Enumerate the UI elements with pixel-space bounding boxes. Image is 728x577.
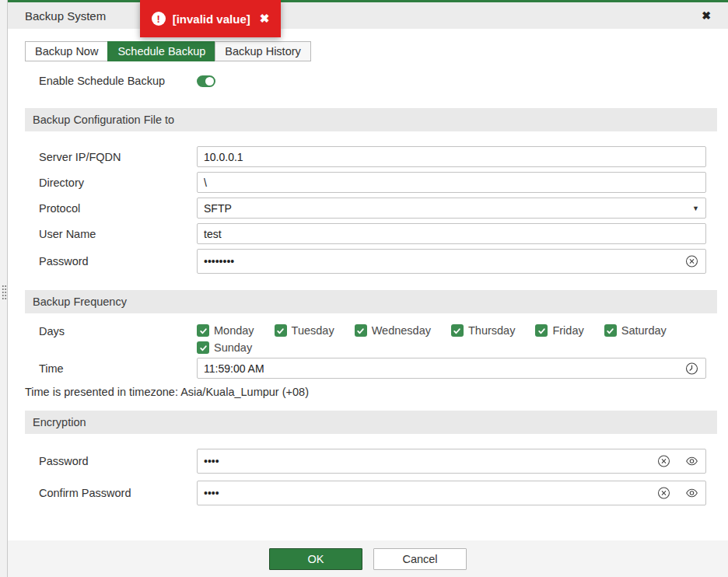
panel-content: Backup Now Schedule Backup Backup Histor… [8, 29, 728, 540]
tab-backup-history[interactable]: Backup History [215, 41, 311, 61]
enable-schedule-backup-label: Enable Schedule Backup [39, 75, 197, 87]
encryption-password-input[interactable] [197, 449, 706, 474]
confirm-password-row: Confirm Password [25, 481, 717, 505]
checkbox-thursday[interactable]: Thursday [451, 324, 515, 337]
password-input[interactable] [197, 249, 706, 274]
page-background-rail [0, 0, 8, 577]
section-heading-encryption: Encryption [25, 411, 717, 434]
panel-resize-handle[interactable] [2, 285, 7, 300]
destination-form: Server IP/FQDN Directory Protocol SFTP ▼… [25, 146, 717, 274]
time-label: Time [39, 362, 197, 375]
directory-input[interactable] [197, 172, 706, 193]
close-icon[interactable]: ✖ [702, 10, 711, 21]
toast-close-icon[interactable]: ✖ [260, 12, 270, 26]
checkbox-sunday[interactable]: Sunday [197, 341, 252, 354]
clear-field-icon[interactable] [685, 255, 698, 268]
protocol-label: Protocol [39, 202, 197, 215]
checkbox-checked-icon [275, 324, 287, 337]
username-row: User Name [25, 223, 717, 244]
error-icon: ! [152, 12, 166, 26]
time-input[interactable] [197, 358, 706, 379]
clear-field-icon[interactable] [657, 455, 670, 468]
protocol-row: Protocol SFTP ▼ [25, 198, 717, 219]
checkbox-checked-icon [604, 324, 617, 337]
ok-button[interactable]: OK [269, 548, 362, 570]
cancel-button[interactable]: Cancel [373, 548, 467, 570]
panel-title: Backup System [25, 9, 106, 23]
backup-system-panel: Backup System ✖ Backup Now Schedule Back… [8, 0, 728, 577]
clear-field-icon[interactable] [657, 487, 670, 500]
checkbox-wednesday[interactable]: Wednesday [355, 324, 431, 337]
password-row: Password [25, 249, 717, 274]
enable-schedule-backup-row: Enable Schedule Backup [39, 75, 717, 87]
checkbox-friday[interactable]: Friday [535, 324, 583, 337]
server-label: Server IP/FQDN [39, 151, 197, 163]
directory-row: Directory [25, 172, 717, 193]
time-row: Time [25, 358, 717, 379]
days-label: Days [39, 324, 197, 337]
checkbox-tuesday[interactable]: Tuesday [275, 324, 334, 337]
tab-bar: Backup Now Schedule Backup Backup Histor… [25, 41, 311, 61]
tab-backup-now[interactable]: Backup Now [25, 41, 108, 61]
confirm-password-input[interactable] [197, 481, 706, 505]
error-toast-message: [invalid value] [173, 12, 250, 26]
encryption-password-row: Password [25, 449, 717, 474]
enable-schedule-backup-toggle[interactable] [197, 75, 215, 87]
username-input[interactable] [197, 223, 706, 244]
checkbox-checked-icon [197, 324, 209, 337]
section-heading-frequency: Backup Frequency [25, 290, 717, 313]
directory-label: Directory [39, 177, 197, 189]
section-heading-destination: Backup Configuration File to [25, 108, 717, 131]
checkbox-checked-icon [535, 324, 548, 337]
checkbox-saturday[interactable]: Saturday [604, 324, 667, 337]
dialog-footer: OK Cancel [8, 540, 728, 577]
clock-icon[interactable] [685, 362, 698, 375]
encryption-password-label: Password [39, 455, 197, 467]
show-password-eye-icon[interactable] [685, 455, 698, 468]
checkbox-monday[interactable]: Monday [197, 324, 254, 337]
checkbox-checked-icon [451, 324, 464, 337]
password-label: Password [39, 255, 197, 268]
server-row: Server IP/FQDN [25, 146, 717, 167]
username-label: User Name [39, 228, 197, 240]
server-input[interactable] [197, 146, 706, 167]
show-password-eye-icon[interactable] [685, 487, 698, 500]
checkbox-checked-icon [197, 341, 209, 354]
protocol-selected-value: SFTP [204, 202, 232, 215]
error-toast: ! [invalid value] ✖ [140, 0, 281, 37]
toggle-knob [205, 77, 214, 86]
timezone-note: Time is presented in timezone: Asia/Kual… [25, 386, 717, 398]
days-checkbox-group: Monday Tuesday Wednesday Thursday Friday… [197, 324, 717, 354]
days-row: Days Monday Tuesday Wednesday Thursday F… [25, 324, 717, 354]
confirm-password-label: Confirm Password [39, 487, 197, 499]
tab-schedule-backup[interactable]: Schedule Backup [107, 41, 215, 61]
encryption-form: Password Confirm Password [25, 449, 717, 505]
protocol-select[interactable]: SFTP [197, 198, 706, 219]
checkbox-checked-icon [355, 324, 367, 337]
panel-header: Backup System ✖ [8, 2, 728, 29]
